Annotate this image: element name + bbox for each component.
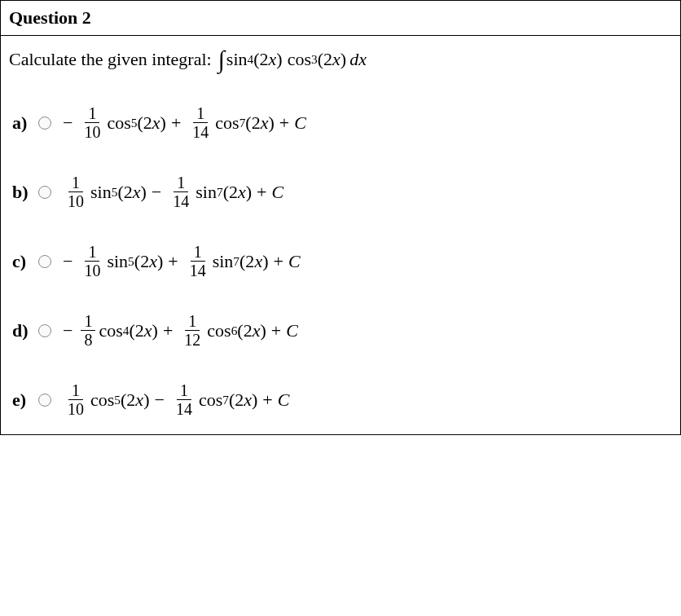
radio-b[interactable] (38, 186, 51, 199)
leading-sign: − (63, 112, 72, 134)
fraction: 114 (173, 381, 196, 418)
fraction: 112 (181, 312, 204, 349)
option-c: c) − 110 sin5(2x) + 114 sin7(2x) + C (12, 243, 672, 279)
option-b: b) 110 sin5(2x) − 114 sin7(2x) + C (12, 174, 672, 210)
leading-sign: − (63, 251, 72, 272)
radio-c[interactable] (38, 255, 51, 268)
option-label: d) (12, 320, 32, 341)
fraction: 110 (64, 381, 87, 418)
option-label: e) (12, 389, 32, 411)
option-c-expression: − 110 sin5(2x) + 114 sin7(2x) + C (61, 243, 301, 279)
radio-e[interactable] (38, 394, 51, 407)
question-prompt: Calculate the given integral: ∫ sin4(2x)… (9, 47, 672, 72)
fraction: 114 (169, 174, 192, 210)
leading-sign: − (63, 320, 72, 341)
fraction: 110 (64, 174, 87, 210)
integrand-fn1: sin (226, 49, 248, 70)
integrand-fn2: cos (288, 49, 311, 70)
fraction: 114 (189, 104, 212, 141)
option-e: e) 110 cos5(2x) − 114 cos7(2x) + C (12, 381, 672, 418)
fraction: 18 (81, 312, 95, 349)
radio-a[interactable] (38, 117, 51, 130)
option-label: b) (12, 182, 32, 203)
integral-sign: ∫ (218, 47, 225, 72)
option-a: a) − 110 cos5(2x) + 114 cos7(2x) + C (12, 104, 672, 141)
integrand-arg1: (2x) (253, 49, 282, 70)
integral-expression: ∫ sin4(2x) cos3(2x) dx (218, 47, 367, 72)
question-number: Question 2 (9, 7, 91, 28)
fraction: 114 (187, 243, 209, 279)
option-b-expression: 110 sin5(2x) − 114 sin7(2x) + C (61, 174, 283, 210)
integrand-arg2: (2x) (318, 49, 346, 70)
question-body: Calculate the given integral: ∫ sin4(2x)… (0, 36, 681, 435)
dx: dx (349, 49, 367, 70)
question-header: Question 2 (0, 0, 681, 36)
option-d-expression: − 18 cos4(2x) + 112 cos6(2x) + C (61, 312, 298, 349)
prompt-text: Calculate the given integral: (9, 49, 212, 70)
option-label: a) (12, 112, 32, 134)
option-d: d) − 18 cos4(2x) + 112 cos6(2x) + C (12, 312, 672, 349)
option-e-expression: 110 cos5(2x) − 114 cos7(2x) + C (61, 381, 289, 418)
fraction: 110 (81, 243, 103, 279)
option-label: c) (12, 251, 32, 272)
options-list: a) − 110 cos5(2x) + 114 cos7(2x) + C b) … (9, 104, 672, 418)
radio-d[interactable] (38, 324, 51, 337)
fraction: 110 (81, 104, 103, 141)
option-a-expression: − 110 cos5(2x) + 114 cos7(2x) + C (61, 104, 306, 141)
